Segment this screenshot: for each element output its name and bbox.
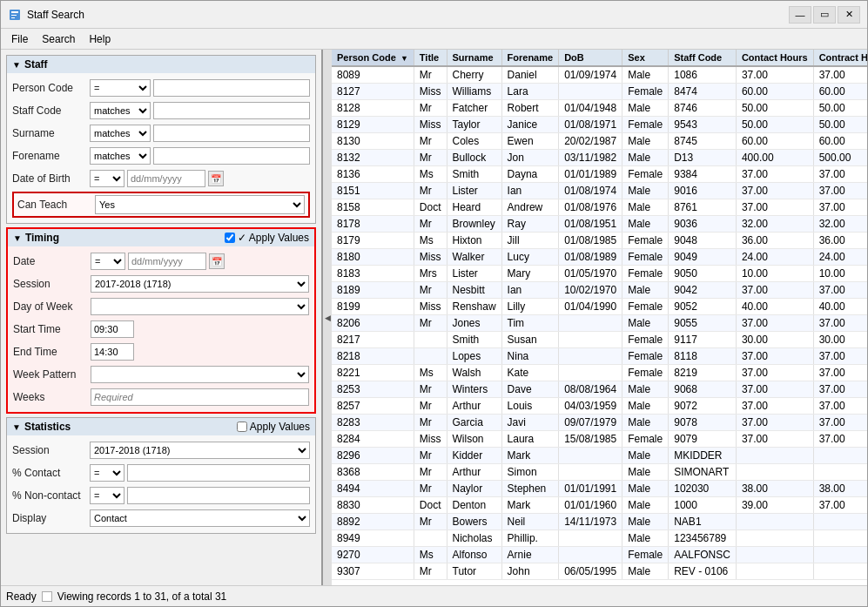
status-message: Viewing records 1 to 31, of a total 31 (57, 590, 227, 603)
table-row[interactable]: 8128MrFatcherRobert01/04/1948Male874650.… (332, 100, 867, 117)
menu-help[interactable]: Help (82, 31, 118, 47)
col-sex[interactable]: Sex (622, 50, 669, 66)
table-row[interactable]: 8178MrBrownleyRay01/08/1951Male903632.00… (332, 216, 867, 233)
table-row[interactable]: 8217SmithSusanFemale911730.0030.00 (332, 332, 867, 348)
table-row[interactable]: 8206MrJonesTimMale905537.0037.00 (332, 315, 867, 332)
table-cell: Ms (414, 547, 447, 563)
table-cell: Ms (414, 365, 447, 381)
dob-calendar-button[interactable]: 📅 (208, 171, 224, 186)
table-row[interactable]: 8189MrNesbittIan10/02/1970Male904237.003… (332, 282, 867, 299)
table-row[interactable]: 8221MsWalshKateFemale821937.0037.00 (332, 365, 867, 381)
table-row[interactable]: 8151MrListerIan01/08/1974Male901637.0037… (332, 183, 867, 199)
table-cell (813, 530, 867, 547)
col-staff-code[interactable]: Staff Code (669, 50, 737, 66)
timing-apply-label[interactable]: ✓ Apply Values (225, 232, 309, 244)
table-row[interactable]: 9307MrTutorJohn06/05/1995MaleREV - 0106 (332, 563, 867, 580)
person-code-input[interactable] (153, 79, 310, 97)
surname-input[interactable] (153, 125, 310, 142)
statistics-section-header[interactable]: ▼ Statistics Apply Values (7, 418, 315, 435)
table-cell: Male (622, 464, 669, 481)
table-row[interactable]: 8183MrsListerMary01/05/1970Female905010.… (332, 266, 867, 282)
table-cell: Nesbitt (447, 282, 501, 299)
statistics-apply-checkbox[interactable] (237, 422, 247, 432)
table-cell: 8218 (332, 348, 414, 365)
menu-file[interactable]: File (4, 31, 35, 47)
table-cell: Male (622, 415, 669, 431)
timing-session-select[interactable]: 2017-2018 (1718)2016-2017 (1617) (91, 275, 309, 293)
weeks-input[interactable] (91, 388, 309, 406)
stat-session-row: Session 2017-2018 (1718)2016-2017 (1617) (12, 441, 310, 460)
pct-contact-input[interactable] (127, 464, 310, 482)
table-row[interactable]: 8199MissRenshawLilly01/04/1990Female9052… (332, 299, 867, 315)
pct-noncontact-input[interactable] (127, 487, 310, 504)
staff-section-header[interactable]: ▼ Staff (7, 56, 315, 73)
timing-date-calendar-button[interactable]: 📅 (209, 253, 225, 269)
table-row[interactable]: 8180MissWalkerLucy01/08/1989Female904924… (332, 249, 867, 266)
surname-operator[interactable]: matches= (90, 125, 151, 142)
forename-input[interactable] (153, 147, 310, 165)
forename-label: Forename (12, 150, 86, 162)
menu-search[interactable]: Search (35, 31, 82, 47)
panel-divider[interactable]: ◀ (323, 50, 332, 585)
timing-apply-checkbox[interactable] (225, 233, 235, 243)
day-of-week-select[interactable]: MondayTuesdayWednesdayThursdayFriday (91, 298, 309, 315)
table-cell: Neil (501, 514, 559, 530)
table-row[interactable]: 8130MrColesEwen20/02/1987Male874560.0060… (332, 133, 867, 150)
table-cell: Male (622, 497, 669, 514)
dob-operator[interactable]: =<> (90, 170, 124, 187)
table-row[interactable]: 8129MissTaylorJanice01/08/1971Female9543… (332, 117, 867, 133)
minimize-button[interactable]: — (789, 6, 811, 24)
week-pattern-select[interactable] (91, 366, 309, 383)
table-row[interactable]: 8179MsHixtonJill01/08/1985Female904836.0… (332, 233, 867, 249)
table-row[interactable]: 8158DoctHeardAndrew01/08/1976Male876137.… (332, 199, 867, 216)
start-time-input[interactable] (91, 320, 134, 338)
table-row[interactable]: 9270MsAlfonsoArnieFemaleAALFONSC (332, 547, 867, 563)
table-row[interactable]: 8132MrBullockJon03/11/1982MaleD13400.005… (332, 150, 867, 166)
table-cell: 15/08/1985 (559, 431, 622, 448)
data-table-container[interactable]: Person Code ▼ Title Surname Forename DoB… (332, 50, 867, 585)
table-row[interactable]: 8089MrCherryDaniel01/09/1974Male108637.0… (332, 66, 867, 84)
dob-input[interactable] (127, 170, 205, 187)
col-contract-hours[interactable]: Contract Hours (813, 50, 867, 66)
close-button[interactable]: ✕ (838, 6, 860, 24)
table-row[interactable]: 8494MrNaylorStephen01/01/1991Male1020303… (332, 481, 867, 497)
pct-noncontact-operator[interactable]: =<> (90, 487, 124, 504)
forename-operator[interactable]: matches= (90, 147, 151, 165)
table-row[interactable]: 8296MrKidderMarkMaleMKIDDER (332, 448, 867, 464)
col-person-code[interactable]: Person Code ▼ (332, 50, 414, 66)
table-row[interactable]: 8218LopesNinaFemale811837.0037.00 (332, 348, 867, 365)
table-row[interactable]: 8368MrArthurSimonMaleSIMONART (332, 464, 867, 481)
table-row[interactable]: 8253MrWintersDave08/08/1964Male906837.00… (332, 381, 867, 398)
can-teach-select[interactable]: YesNo (95, 195, 305, 214)
table-row[interactable]: 8949NicholasPhillip.Male123456789 (332, 530, 867, 547)
statistics-apply-label[interactable]: Apply Values (237, 421, 310, 433)
timing-date-input[interactable] (128, 253, 206, 270)
table-row[interactable]: 8830DoctDentonMark01/01/1960Male100039.0… (332, 497, 867, 514)
staff-code-operator[interactable]: matches= (90, 102, 151, 119)
table-row[interactable]: 8257MrArthurLouis04/03/1959Male907237.00… (332, 398, 867, 415)
col-title[interactable]: Title (414, 50, 447, 66)
col-forename[interactable]: Forename (501, 50, 559, 66)
table-row[interactable]: 8284MissWilsonLaura15/08/1985Female90793… (332, 431, 867, 448)
display-select[interactable]: ContactNon-contactBoth (90, 509, 310, 527)
person-code-operator[interactable]: =matches (90, 79, 151, 97)
table-cell: 10.00 (736, 266, 813, 282)
timing-date-operator[interactable]: = (91, 253, 125, 270)
table-row[interactable]: 8892MrBowersNeil14/11/1973MaleNAB1 (332, 514, 867, 530)
staff-code-input[interactable] (153, 102, 310, 119)
table-row[interactable]: 8127MissWilliamsLaraFemale847460.0060.00 (332, 84, 867, 100)
col-surname[interactable]: Surname (447, 50, 501, 66)
stat-session-select[interactable]: 2017-2018 (1718)2016-2017 (1617) (90, 442, 310, 459)
table-cell: 60.00 (736, 133, 813, 150)
col-contact-hours[interactable]: Contact Hours (736, 50, 813, 66)
table-cell: Mr (414, 100, 447, 117)
col-dob[interactable]: DoB (559, 50, 622, 66)
timing-section-header[interactable]: ▼ Timing ✓ Apply Values (8, 229, 314, 246)
maximize-button[interactable]: ▭ (813, 6, 836, 24)
table-cell: 123456789 (669, 530, 737, 547)
end-time-input[interactable] (91, 343, 134, 361)
table-row[interactable]: 8283MrGarciaJavi09/07/1979Male907837.003… (332, 415, 867, 431)
staff-code-row: Staff Code matches= (12, 101, 310, 120)
table-row[interactable]: 8136MsSmithDayna01/01/1989Female938437.0… (332, 166, 867, 183)
pct-contact-operator[interactable]: =<> (90, 464, 124, 482)
